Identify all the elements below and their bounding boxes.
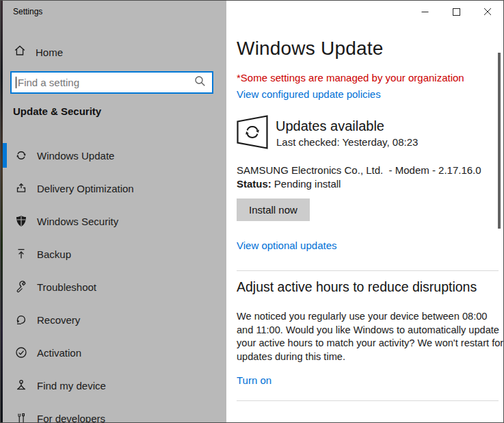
check-circle-icon xyxy=(14,346,28,359)
view-configured-policies-link[interactable]: View configured update policies xyxy=(237,88,381,100)
home-icon xyxy=(13,44,27,60)
sidebar-item-label: Windows Update xyxy=(37,150,114,162)
status-value: Pending install xyxy=(274,178,341,190)
scrollbar-thumb[interactable] xyxy=(498,53,501,229)
section-divider xyxy=(237,270,499,271)
last-checked-text: Last checked: Yesterday, 08:23 xyxy=(276,136,418,148)
sidebar-item-label: For developers xyxy=(37,413,105,423)
selected-accent-bar xyxy=(3,143,7,168)
active-hours-heading: Adjust active hours to reduce disruption… xyxy=(237,279,477,295)
wrench-icon xyxy=(14,280,28,294)
managed-by-organization-notice: *Some settings are managed by your organ… xyxy=(237,72,464,84)
sidebar-item-windows-security[interactable]: Windows Security xyxy=(3,207,226,235)
sidebar-nav: Windows Update Delivery Optimization xyxy=(3,142,226,423)
minimize-button[interactable] xyxy=(409,1,440,23)
sidebar-item-troubleshoot[interactable]: Troubleshoot xyxy=(3,273,226,300)
sidebar-item-label: Recovery xyxy=(37,314,80,326)
turn-on-link[interactable]: Turn on xyxy=(237,374,271,386)
window-controls xyxy=(409,1,503,23)
sidebar-item-home[interactable]: Home xyxy=(3,40,226,64)
sidebar-item-label: Delivery Optimization xyxy=(37,183,134,194)
window-title: Settings xyxy=(13,7,42,16)
sidebar-item-label: Backup xyxy=(37,248,71,260)
close-button[interactable] xyxy=(472,1,503,23)
sidebar-item-recovery[interactable]: Recovery xyxy=(3,306,226,333)
search-box xyxy=(10,71,213,94)
sidebar-item-label: Find my device xyxy=(37,380,106,392)
status-label: Status: xyxy=(237,178,271,190)
sidebar-item-for-developers[interactable]: For developers xyxy=(3,405,226,423)
main-content: Windows Update *Some settings are manage… xyxy=(226,1,503,422)
sync-icon xyxy=(14,149,28,162)
update-item-status: Status:Pending install xyxy=(237,178,341,190)
locator-icon xyxy=(14,379,28,392)
maximize-button[interactable] xyxy=(440,1,472,23)
view-optional-updates-link[interactable]: View optional updates xyxy=(237,240,337,251)
updates-available-headline: Updates available xyxy=(276,118,384,134)
page-title: Windows Update xyxy=(237,38,383,60)
search-icon[interactable] xyxy=(194,75,206,90)
settings-window: Settings Home Update & Security xyxy=(0,0,504,423)
sidebar-item-label: Home xyxy=(36,47,63,58)
install-now-button[interactable]: Install now xyxy=(237,198,310,221)
sidebar-section-header: Update & Security xyxy=(13,105,101,117)
sidebar-item-delivery-optimization[interactable]: Delivery Optimization xyxy=(3,175,226,202)
section-divider xyxy=(237,400,499,401)
sidebar-item-label: Activation xyxy=(37,347,81,359)
shield-icon xyxy=(14,214,28,228)
delivery-tray-icon xyxy=(14,181,28,195)
sidebar-item-backup[interactable]: Backup xyxy=(3,240,226,268)
sidebar-item-label: Troubleshoot xyxy=(37,281,96,293)
sidebar: Settings Home Update & Security xyxy=(3,1,226,422)
sidebar-item-activation[interactable]: Activation xyxy=(3,339,226,366)
update-item-name: SAMSUNG Electronics Co., Ltd. - Modem - … xyxy=(237,164,481,176)
sidebar-item-find-my-device[interactable]: Find my device xyxy=(3,372,226,399)
dev-tools-icon xyxy=(14,411,28,423)
sidebar-item-label: Windows Security xyxy=(37,216,118,227)
backup-arrow-icon xyxy=(14,247,28,261)
restore-arrow-icon xyxy=(14,313,28,326)
sidebar-item-windows-update[interactable]: Windows Update xyxy=(3,142,226,169)
active-hours-description: We noticed you regularly use your device… xyxy=(237,310,504,363)
windows-update-status-icon xyxy=(237,115,268,152)
search-input[interactable] xyxy=(16,77,194,88)
